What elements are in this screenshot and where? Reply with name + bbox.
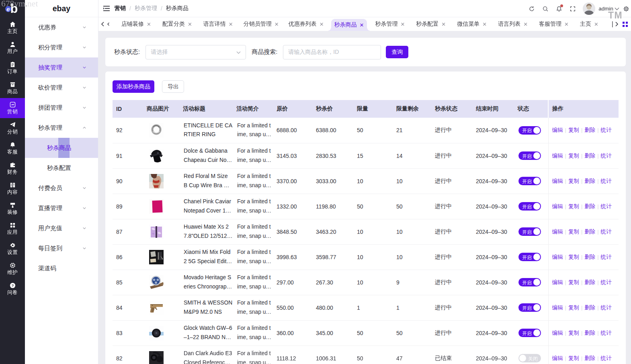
svg-text:?: ? (11, 284, 14, 288)
